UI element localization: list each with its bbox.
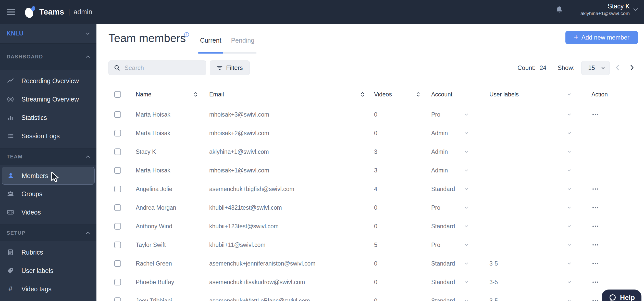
- chevron-up-icon: [86, 232, 90, 234]
- account-dropdown-chevron-icon[interactable]: [463, 112, 470, 117]
- user-labels-dropdown-chevron-icon[interactable]: [566, 279, 573, 285]
- sidebar-item-label: Rubrics: [21, 249, 43, 256]
- sidebar-sections: DASHBOARDRecording OverviewStreaming Ove…: [0, 43, 96, 301]
- account-dropdown-chevron-icon[interactable]: [463, 242, 470, 247]
- user-labels-dropdown-chevron-icon[interactable]: [566, 186, 573, 192]
- user-menu-chevron-icon[interactable]: [633, 8, 638, 11]
- cell-name: Anthony Wind: [136, 223, 172, 230]
- cell-videos: 3: [374, 148, 377, 155]
- cell-name: Stacy K: [136, 148, 156, 155]
- tab-current[interactable]: Current: [198, 36, 223, 52]
- account-dropdown-chevron-icon[interactable]: [463, 223, 470, 229]
- account-dropdown-chevron-icon[interactable]: [463, 261, 470, 266]
- row-checkbox[interactable]: [114, 148, 121, 155]
- sort-name-icon[interactable]: [194, 92, 197, 97]
- select-all-checkbox[interactable]: [114, 91, 121, 98]
- cell-videos: 5: [374, 241, 377, 248]
- previous-page-button[interactable]: [614, 63, 621, 72]
- cell-videos: 0: [374, 130, 377, 136]
- user-labels-dropdown-chevron-icon[interactable]: [566, 205, 573, 210]
- cell-email: khubii+123test@swivl.com: [209, 223, 279, 230]
- user-menu[interactable]: Stacy K aklyhina+1@swivl.com: [580, 2, 630, 17]
- account-dropdown-chevron-icon[interactable]: [463, 279, 470, 285]
- user-labels-filter-chevron-icon[interactable]: [566, 92, 573, 97]
- row-actions-button[interactable]: [591, 242, 599, 247]
- row-checkbox[interactable]: [114, 204, 121, 211]
- search-box[interactable]: [108, 60, 206, 75]
- page-title: Team members: [108, 32, 186, 45]
- sort-videos-icon[interactable]: [416, 92, 420, 97]
- column-header-account: Account: [431, 91, 452, 98]
- brand-section-label: admin: [73, 8, 92, 16]
- user-labels-dropdown-chevron-icon[interactable]: [566, 168, 573, 173]
- page-size-select[interactable]: 15: [581, 61, 610, 75]
- table-row: Marta Hoisakmhoisak+1@swivl.com3Admin: [96, 161, 644, 180]
- sidebar-item-label: User labels: [21, 267, 53, 274]
- help-button[interactable]: Help: [602, 290, 641, 301]
- user-labels-dropdown-chevron-icon[interactable]: [566, 149, 573, 154]
- row-actions-button[interactable]: [591, 223, 599, 229]
- row-actions-button[interactable]: [591, 298, 599, 301]
- user-labels-dropdown-chevron-icon[interactable]: [566, 261, 573, 266]
- account-dropdown-chevron-icon[interactable]: [463, 298, 470, 301]
- cell-name: Phoebe Buffay: [136, 279, 174, 285]
- sidebar-item-rubrics[interactable]: Rubrics: [0, 243, 96, 261]
- sidebar-item-recording-overview[interactable]: Recording Overview: [0, 72, 96, 90]
- count-area: Count: 24 Show: 15: [517, 60, 610, 75]
- swivl-logo-icon: [24, 5, 37, 19]
- sidebar-item-streaming-overview[interactable]: Streaming Overview: [0, 90, 96, 108]
- row-actions-button[interactable]: [591, 112, 599, 117]
- user-labels-dropdown-chevron-icon[interactable]: [566, 130, 573, 136]
- cell-videos: 0: [374, 223, 377, 230]
- sort-email-icon[interactable]: [361, 92, 364, 97]
- sidebar-item-video-tags[interactable]: #Video tags: [0, 280, 96, 298]
- row-checkbox[interactable]: [114, 279, 121, 285]
- user-labels-dropdown-chevron-icon[interactable]: [566, 112, 573, 117]
- sidebar-section-header-team[interactable]: TEAM: [0, 148, 96, 165]
- row-checkbox[interactable]: [114, 223, 121, 230]
- account-dropdown-chevron-icon[interactable]: [463, 149, 470, 154]
- user-labels-dropdown-chevron-icon[interactable]: [566, 298, 573, 301]
- sidebar-item-statistics[interactable]: Statistics: [0, 108, 96, 127]
- row-actions-button[interactable]: [591, 186, 599, 192]
- row-actions-button[interactable]: [591, 279, 599, 285]
- next-page-button[interactable]: [629, 63, 636, 72]
- user-name: Stacy K: [580, 2, 630, 10]
- account-dropdown-chevron-icon[interactable]: [463, 168, 470, 173]
- add-new-member-button[interactable]: + Add new member: [565, 31, 638, 44]
- sidebar-item-groups[interactable]: Groups: [0, 185, 96, 203]
- account-dropdown-chevron-icon[interactable]: [463, 186, 470, 192]
- info-icon[interactable]: i: [184, 32, 189, 37]
- row-checkbox[interactable]: [114, 297, 121, 301]
- notifications-bell-icon[interactable]: [555, 6, 563, 14]
- row-actions-button[interactable]: [591, 261, 599, 266]
- sidebar-item-session-logs[interactable]: Session Logs: [0, 127, 96, 145]
- chevron-up-icon: [86, 155, 90, 158]
- user-labels-dropdown-chevron-icon[interactable]: [566, 223, 573, 229]
- row-checkbox[interactable]: [114, 260, 121, 267]
- row-checkbox[interactable]: [114, 130, 121, 136]
- sidebar-section-header-dashboard[interactable]: DASHBOARD: [0, 43, 96, 70]
- tab-pending[interactable]: Pending: [229, 36, 256, 52]
- search-input[interactable]: [124, 64, 196, 72]
- count-label: Count:: [517, 64, 536, 71]
- sidebar-item-user-labels[interactable]: User labels: [0, 261, 96, 280]
- row-checkbox[interactable]: [114, 186, 121, 192]
- sidebar-item-videos[interactable]: Videos: [0, 203, 96, 221]
- sidebar-section-header-setup[interactable]: SETUP: [0, 224, 96, 241]
- filters-button[interactable]: Filters: [210, 60, 250, 75]
- cell-name: Taylor Swift: [136, 241, 166, 248]
- account-dropdown-chevron-icon[interactable]: [463, 130, 470, 136]
- broadcast-icon: [7, 95, 14, 103]
- org-switcher[interactable]: KNLU: [0, 24, 96, 43]
- row-checkbox[interactable]: [114, 167, 121, 174]
- user-labels-dropdown-chevron-icon[interactable]: [566, 242, 573, 247]
- cell-account: Pro: [431, 111, 440, 118]
- menu-icon[interactable]: [7, 9, 15, 15]
- row-actions-button[interactable]: [591, 205, 599, 210]
- sidebar-item-members[interactable]: Members: [2, 167, 95, 185]
- cell-email: aklyhina+1@swivl.com: [209, 148, 269, 155]
- row-checkbox[interactable]: [114, 111, 121, 118]
- account-dropdown-chevron-icon[interactable]: [463, 205, 470, 210]
- row-checkbox[interactable]: [114, 242, 121, 248]
